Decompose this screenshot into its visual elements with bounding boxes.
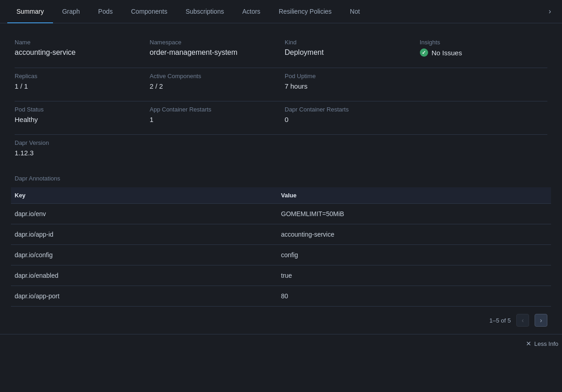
pod-status-value: Healthy [15, 116, 143, 123]
info-grid-row3: Pod Status Healthy App Container Restart… [11, 101, 551, 131]
pod-status-cell: Pod Status Healthy [11, 101, 146, 131]
insights-icon [420, 48, 428, 57]
value-header: Value [281, 192, 547, 199]
info-grid-row2: Replicas 1 / 1 Active Components 2 / 2 P… [11, 68, 551, 97]
annotations-section-title: Dapr Annotations [11, 168, 551, 187]
tab-not[interactable]: Not [341, 0, 369, 23]
pagination-info: 1–5 of 5 [489, 317, 511, 324]
active-components-cell: Active Components 2 / 2 [146, 68, 281, 97]
table-row: dapr.io/enabledtrue [11, 265, 551, 286]
info-grid-row1: Name accounting-service Namespace order-… [11, 34, 551, 64]
namespace-value: order-management-system [150, 48, 278, 57]
kind-label: Kind [285, 39, 413, 46]
name-cell: Name accounting-service [11, 34, 146, 64]
insights-text: No Issues [432, 49, 462, 57]
pod-uptime-cell: Pod Uptime 7 hours [281, 68, 416, 97]
replicas-cell: Replicas 1 / 1 [11, 68, 146, 97]
tab-summary[interactable]: Summary [7, 0, 53, 23]
empty-cell-2 [416, 101, 551, 131]
annotation-key: dapr.io/config [15, 251, 281, 259]
annotation-value: config [281, 251, 547, 259]
tab-resiliency[interactable]: Resiliency Policies [270, 0, 341, 23]
pagination-prev-button[interactable]: ‹ [516, 314, 529, 327]
pod-uptime-value: 7 hours [285, 82, 413, 90]
annotation-value: 80 [281, 292, 547, 300]
table-row: dapr.io/app-port80 [11, 286, 551, 307]
empty-cell-1 [416, 68, 551, 97]
annotation-key: dapr.io/enabled [15, 272, 281, 279]
table-row: dapr.io/app-idaccounting-service [11, 224, 551, 245]
dapr-version-value: 1.12.3 [15, 149, 143, 157]
info-grid-row4: Dapr Version 1.12.3 [11, 135, 551, 164]
empty-cell-3 [146, 135, 281, 164]
table-row: dapr.io/envGOMEMLIMIT=50MiB [11, 204, 551, 224]
tab-graph[interactable]: Graph [53, 0, 89, 23]
dapr-version-cell: Dapr Version 1.12.3 [11, 135, 146, 164]
nav-scroll-right[interactable]: › [545, 0, 555, 23]
annotation-value: GOMEMLIMIT=50MiB [281, 210, 547, 217]
namespace-label: Namespace [150, 39, 278, 46]
less-info-row: ✕ Less Info [0, 334, 562, 355]
namespace-cell: Namespace order-management-system [146, 34, 281, 64]
insights-label: Insights [420, 39, 548, 46]
tab-actors[interactable]: Actors [233, 0, 270, 23]
replicas-value: 1 / 1 [15, 82, 143, 90]
tab-components[interactable]: Components [122, 0, 176, 23]
dapr-restarts-cell: Dapr Container Restarts 0 [281, 101, 416, 131]
tab-pods[interactable]: Pods [89, 0, 122, 23]
annotations-rows: dapr.io/envGOMEMLIMIT=50MiBdapr.io/app-i… [11, 204, 551, 307]
pagination-next-button[interactable]: › [535, 314, 547, 327]
active-components-value: 2 / 2 [150, 82, 278, 90]
kind-cell: Kind Deployment [281, 34, 416, 64]
annotation-key: dapr.io/env [15, 210, 281, 217]
app-restarts-label: App Container Restarts [150, 106, 278, 113]
annotation-key: dapr.io/app-port [15, 292, 281, 300]
annotations-table: Key Value dapr.io/envGOMEMLIMIT=50MiBdap… [11, 187, 551, 307]
active-components-label: Active Components [150, 73, 278, 79]
key-header: Key [15, 192, 281, 199]
less-info-button[interactable]: ✕ Less Info [526, 340, 558, 347]
app-restarts-cell: App Container Restarts 1 [146, 101, 281, 131]
dapr-restarts-label: Dapr Container Restarts [285, 106, 413, 113]
annotation-value: accounting-service [281, 231, 547, 238]
summary-content: Name accounting-service Namespace order-… [0, 23, 562, 334]
tab-subscriptions[interactable]: Subscriptions [176, 0, 233, 23]
annotation-key: dapr.io/app-id [15, 231, 281, 238]
annotation-value: true [281, 272, 547, 279]
nav-tabs: Summary Graph Pods Components Subscripti… [0, 0, 562, 23]
app-restarts-value: 1 [150, 116, 278, 123]
pagination-row: 1–5 of 5 ‹ › [11, 307, 551, 334]
empty-cell-5 [416, 135, 551, 164]
less-info-icon: ✕ [526, 340, 531, 347]
name-value: accounting-service [15, 48, 143, 57]
replicas-label: Replicas [15, 73, 143, 79]
less-info-label: Less Info [534, 340, 558, 347]
pod-uptime-label: Pod Uptime [285, 73, 413, 79]
kind-value: Deployment [285, 48, 413, 57]
empty-cell-4 [281, 135, 416, 164]
name-label: Name [15, 39, 143, 46]
pod-status-label: Pod Status [15, 106, 143, 113]
dapr-version-label: Dapr Version [15, 139, 143, 146]
table-header: Key Value [11, 187, 551, 204]
insights-cell: Insights No Issues [416, 34, 551, 64]
insights-value: No Issues [420, 48, 548, 57]
table-row: dapr.io/configconfig [11, 245, 551, 265]
dapr-restarts-value: 0 [285, 116, 413, 123]
